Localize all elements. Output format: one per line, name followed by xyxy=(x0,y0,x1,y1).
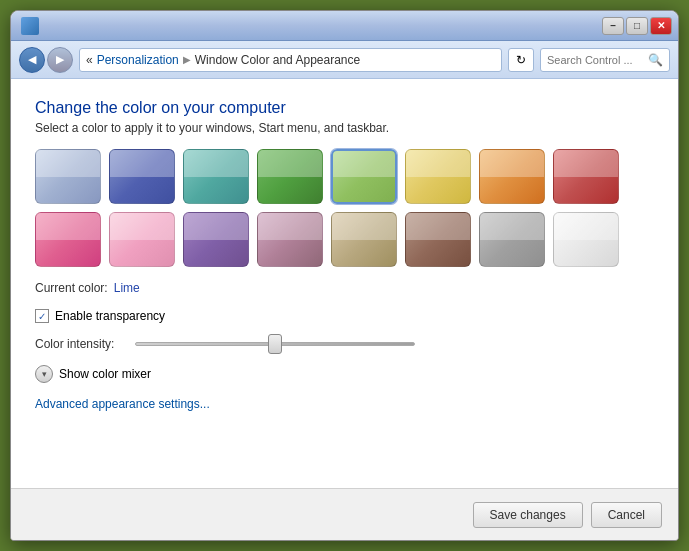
breadcrumb-prefix: « xyxy=(86,53,93,67)
footer: Save changes Cancel xyxy=(11,488,678,540)
breadcrumb-personalization[interactable]: Personalization xyxy=(97,53,179,67)
swatch-teal[interactable] xyxy=(183,149,249,204)
transparency-label: Enable transparency xyxy=(55,309,165,323)
search-icon[interactable]: 🔍 xyxy=(648,53,663,67)
swatch-purple[interactable] xyxy=(183,212,249,267)
back-button[interactable]: ◀ xyxy=(19,47,45,73)
close-button[interactable]: ✕ xyxy=(650,17,672,35)
transparency-row: ✓ Enable transparency xyxy=(35,309,654,323)
swatch-mauve[interactable] xyxy=(257,212,323,267)
swatch-green-light[interactable] xyxy=(331,149,397,204)
color-mixer-row: ▾ Show color mixer xyxy=(35,365,654,383)
color-row-1 xyxy=(35,149,654,204)
search-bar: 🔍 xyxy=(540,48,670,72)
swatch-orange[interactable] xyxy=(479,149,545,204)
window-icon xyxy=(21,17,39,35)
current-color-label: Current color: xyxy=(35,281,108,295)
intensity-slider-track[interactable] xyxy=(135,342,415,346)
swatch-green-dark[interactable] xyxy=(257,149,323,204)
refresh-button[interactable]: ↻ xyxy=(508,48,534,72)
window-controls: – □ ✕ xyxy=(602,17,672,35)
swatch-lightpink[interactable] xyxy=(109,212,175,267)
breadcrumb-current: Window Color and Appearance xyxy=(195,53,360,67)
nav-arrows: ◀ ▶ xyxy=(19,47,73,73)
advanced-settings-link[interactable]: Advanced appearance settings... xyxy=(35,397,654,411)
swatch-yellow[interactable] xyxy=(405,149,471,204)
minimize-button[interactable]: – xyxy=(602,17,624,35)
intensity-slider-thumb[interactable] xyxy=(268,334,282,354)
intensity-row: Color intensity: xyxy=(35,337,654,351)
breadcrumb: « Personalization ▶ Window Color and App… xyxy=(79,48,502,72)
cancel-button[interactable]: Cancel xyxy=(591,502,662,528)
main-content: Change the color on your computer Select… xyxy=(11,79,678,488)
swatch-white[interactable] xyxy=(553,212,619,267)
current-color-value: Lime xyxy=(114,281,140,295)
swatch-gray[interactable] xyxy=(479,212,545,267)
breadcrumb-separator: ▶ xyxy=(183,54,191,65)
page-title: Change the color on your computer xyxy=(35,99,654,117)
main-window: – □ ✕ ◀ ▶ « Personalization ▶ Window Col… xyxy=(10,10,679,541)
transparency-checkbox[interactable]: ✓ xyxy=(35,309,49,323)
title-bar: – □ ✕ xyxy=(11,11,678,41)
swatch-brown[interactable] xyxy=(405,212,471,267)
save-button[interactable]: Save changes xyxy=(473,502,583,528)
swatch-red[interactable] xyxy=(553,149,619,204)
nav-bar: ◀ ▶ « Personalization ▶ Window Color and… xyxy=(11,41,678,79)
intensity-label: Color intensity: xyxy=(35,337,125,351)
swatch-default[interactable] xyxy=(35,149,101,204)
show-mixer-label: Show color mixer xyxy=(59,367,151,381)
color-grid xyxy=(35,149,654,267)
search-input[interactable] xyxy=(547,54,644,66)
swatch-pink[interactable] xyxy=(35,212,101,267)
current-color-row: Current color: Lime xyxy=(35,281,654,295)
swatch-blue[interactable] xyxy=(109,149,175,204)
subtitle: Select a color to apply it to your windo… xyxy=(35,121,654,135)
forward-button[interactable]: ▶ xyxy=(47,47,73,73)
swatch-tan[interactable] xyxy=(331,212,397,267)
maximize-button[interactable]: □ xyxy=(626,17,648,35)
expand-mixer-button[interactable]: ▾ xyxy=(35,365,53,383)
color-row-2 xyxy=(35,212,654,267)
